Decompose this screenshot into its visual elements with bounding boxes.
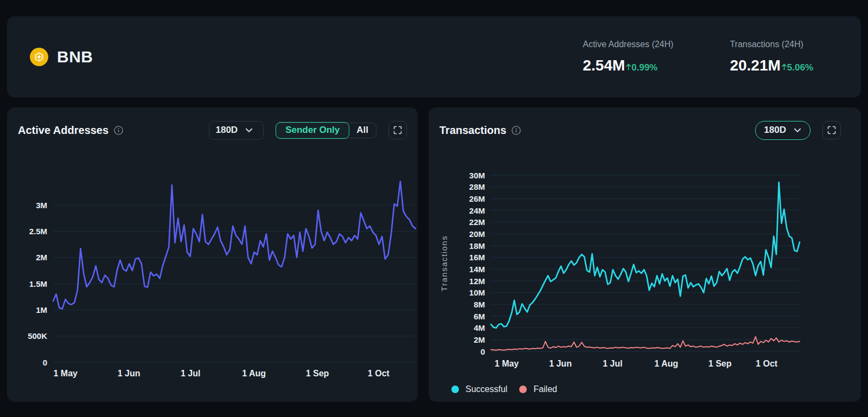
fullscreen-button[interactable] [822,121,841,139]
coin-title: BNB [57,48,93,66]
transactions-chart: 02M4M6M8M10M12M14M16M18M20M22M24M26M28M3… [439,162,802,370]
transactions-card: Transactions 180D 02M4M6M8M10M12M14M16M1… [429,107,861,402]
up-arrow-icon [626,63,631,70]
stat-active-addresses: Active Addresses (24H) 2.54M 0.99% [583,40,673,74]
sender-toggle: Sender Only All [276,123,376,138]
svg-text:Transactions: Transactions [439,235,449,291]
svg-text:12M: 12M [469,277,485,286]
stat-label: Active Addresses (24H) [583,40,673,49]
legend-successful: Successful [451,384,507,394]
svg-text:16M: 16M [469,253,485,262]
svg-text:22M: 22M [469,217,485,227]
svg-text:0: 0 [481,347,485,356]
chevron-down-icon [245,128,253,133]
legend-failed: Failed [519,384,557,394]
svg-text:2.5M: 2.5M [29,227,47,236]
svg-text:30M: 30M [469,171,485,180]
active-addresses-card: Active Addresses 180D Sender Only All [7,107,418,402]
active-addresses-chart: 0500K1M1.5M2M2.5M3M1 May1 Jun1 Jul1 Aug1… [18,162,416,383]
failed-dot-icon [519,386,527,393]
charts-row: Active Addresses 180D Sender Only All [7,107,861,402]
svg-text:1 Jun: 1 Jun [118,369,141,378]
svg-text:6M: 6M [474,312,485,321]
svg-text:10M: 10M [469,288,485,297]
svg-text:28M: 28M [469,182,485,191]
svg-text:3M: 3M [36,201,47,210]
svg-text:18M: 18M [469,241,485,251]
stat-change: 0.99% [626,62,658,73]
svg-text:1 Jul: 1 Jul [603,359,622,368]
svg-text:1 Sep: 1 Sep [306,369,329,378]
coin-identity: BNB [30,48,93,66]
chevron-down-icon [794,128,801,133]
svg-text:1 May: 1 May [53,369,78,378]
svg-text:500K: 500K [28,331,47,341]
svg-text:20M: 20M [469,229,485,239]
svg-text:1 Aug: 1 Aug [242,369,266,378]
svg-text:1 Oct: 1 Oct [368,369,390,378]
svg-text:1 Aug: 1 Aug [654,359,678,368]
range-select[interactable]: 180D [209,121,264,140]
transactions-title: Transactions [439,124,506,137]
stat-value: 2.54M [583,57,625,74]
stat-value: 20.21M [730,57,780,74]
info-icon[interactable] [114,126,123,135]
svg-text:1 Oct: 1 Oct [756,359,778,368]
toggle-all[interactable]: All [349,123,376,138]
svg-text:2M: 2M [474,335,485,344]
up-arrow-icon [781,63,787,70]
svg-text:1 Jul: 1 Jul [181,369,200,378]
stat-label: Transactions (24H) [730,40,813,49]
svg-text:2M: 2M [36,253,47,262]
active-addresses-title: Active Addresses [18,124,108,137]
svg-text:1.5M: 1.5M [29,279,47,288]
stat-change: 5.06% [781,62,813,73]
header-stats: Active Addresses (24H) 2.54M 0.99% Trans… [583,40,813,74]
svg-text:26M: 26M [469,194,485,203]
bnb-logo-icon [30,48,48,66]
stat-transactions: Transactions (24H) 20.21M 5.06% [730,40,813,74]
fullscreen-icon [827,126,836,134]
range-select[interactable]: 180D [755,121,810,140]
svg-text:1 May: 1 May [495,359,519,368]
svg-text:4M: 4M [474,323,485,332]
page: BNB Active Addresses (24H) 2.54M 0.99% T… [0,0,868,402]
svg-text:24M: 24M [469,206,485,215]
info-icon[interactable] [512,126,521,135]
coin-summary-card: BNB Active Addresses (24H) 2.54M 0.99% T… [7,16,861,98]
successful-dot-icon [451,386,459,393]
fullscreen-icon [393,126,402,134]
svg-text:8M: 8M [474,300,485,309]
svg-text:0: 0 [43,358,47,367]
chart-legend: Successful Failed [439,384,850,394]
svg-text:1M: 1M [36,305,47,315]
svg-text:14M: 14M [469,265,485,274]
svg-text:1 Sep: 1 Sep [709,359,732,368]
toggle-sender-only[interactable]: Sender Only [276,122,349,139]
fullscreen-button[interactable] [388,121,407,139]
svg-text:1 Jun: 1 Jun [549,359,572,368]
